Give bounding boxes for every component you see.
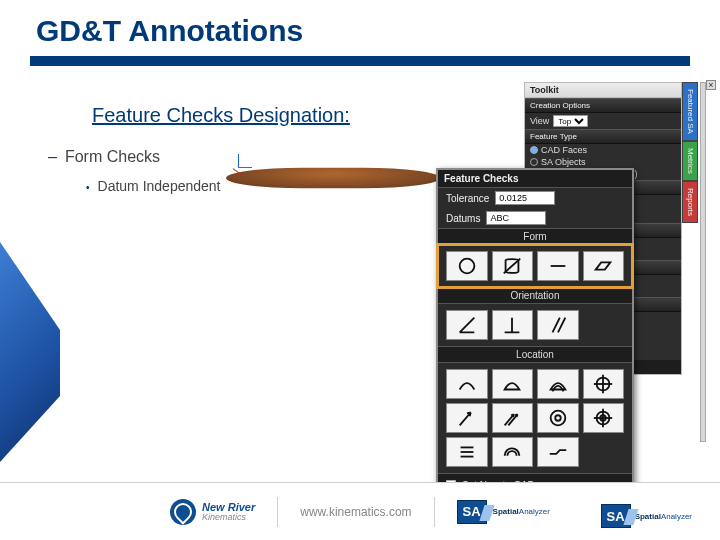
toolkit-header: Toolkit bbox=[525, 83, 681, 98]
bullet-l2-text: Datum Independent bbox=[98, 178, 221, 194]
title-rule bbox=[30, 56, 690, 66]
bullet-datum-independent: •Datum Independent bbox=[86, 178, 221, 194]
group-orientation: Orientation bbox=[438, 287, 632, 304]
symbol-position-icon[interactable] bbox=[583, 369, 625, 399]
page-title: GD&T Annotations bbox=[36, 14, 303, 48]
sa-label-a2: Spatial bbox=[635, 512, 661, 521]
symbol-runout-icon[interactable] bbox=[446, 403, 488, 433]
toolkit-section-creation: Creation Options bbox=[525, 98, 681, 113]
datums-label: Datums bbox=[446, 213, 480, 224]
rtab-metrics[interactable]: Metrics bbox=[682, 141, 698, 181]
right-tabs: Featured SA Metrics Reports bbox=[682, 82, 698, 223]
datums-row: Datums bbox=[438, 208, 632, 228]
nrk-swirl-icon bbox=[170, 499, 196, 525]
toolkit-radio-cad-label: CAD Faces bbox=[541, 145, 587, 155]
sa-label-b2: Analyzer bbox=[661, 512, 692, 521]
logo-new-river-kinematics: New River Kinematics bbox=[170, 499, 255, 525]
symbol-straightness-icon[interactable] bbox=[537, 251, 579, 281]
tolerance-label: Tolerance bbox=[446, 193, 489, 204]
sa-box-icon: SA bbox=[457, 500, 487, 524]
toolkit-view-row: View Top bbox=[525, 113, 681, 129]
logo-spatial-analyzer-corner: SA SpatialAnalyzer bbox=[601, 504, 692, 528]
symbol-cylindricity-icon[interactable] bbox=[492, 251, 534, 281]
symbol-angularity-icon[interactable] bbox=[446, 310, 488, 340]
symbol-flatness-icon[interactable] bbox=[583, 251, 625, 281]
svg-point-9 bbox=[555, 415, 561, 421]
symbol-composite-profile-icon[interactable] bbox=[537, 369, 579, 399]
symbol-parallelism-icon[interactable] bbox=[537, 310, 579, 340]
footer-divider bbox=[277, 497, 278, 527]
feature-checks-header: Feature Checks bbox=[438, 170, 632, 188]
symbol-coplanarity-icon[interactable] bbox=[537, 437, 579, 467]
symbol-symmetry-icon[interactable] bbox=[446, 437, 488, 467]
symbol-perpendicularity-icon[interactable] bbox=[492, 310, 534, 340]
svg-point-8 bbox=[550, 411, 565, 426]
vertical-scrollbar[interactable] bbox=[700, 82, 706, 442]
decorative-wedge bbox=[0, 242, 60, 462]
symbol-profile-line-icon[interactable] bbox=[446, 369, 488, 399]
rtab-featured[interactable]: Featured SA bbox=[682, 82, 698, 141]
group-location: Location bbox=[438, 346, 632, 363]
sa-label-a: Spatial bbox=[493, 507, 519, 516]
axis-triad bbox=[230, 150, 248, 168]
svg-point-0 bbox=[459, 259, 474, 274]
symbol-total-runout-icon[interactable] bbox=[492, 403, 534, 433]
symbol-profile-surface-icon[interactable] bbox=[492, 369, 534, 399]
toolkit-radio-sao-label: SA Objects bbox=[541, 157, 586, 167]
cad-surface-preview bbox=[226, 168, 440, 188]
symbol-concentric-arcs-icon[interactable] bbox=[492, 437, 534, 467]
bullet-l1-text: Form Checks bbox=[65, 148, 160, 165]
symbol-composite-position-icon[interactable] bbox=[583, 403, 625, 433]
toolkit-radio-sao[interactable]: SA Objects bbox=[525, 156, 681, 168]
footer-url: www.kinematics.com bbox=[300, 505, 411, 519]
toolkit-view-select[interactable]: Top bbox=[553, 115, 588, 127]
location-grid bbox=[438, 363, 632, 473]
orientation-grid bbox=[438, 304, 632, 346]
bullet-form-checks: –Form Checks bbox=[48, 148, 160, 166]
symbol-concentricity-icon[interactable] bbox=[537, 403, 579, 433]
sa-label-b: Analyzer bbox=[519, 507, 550, 516]
footer-divider bbox=[434, 497, 435, 527]
datums-input[interactable] bbox=[486, 211, 546, 225]
toolkit-radio-cad[interactable]: CAD Faces bbox=[525, 144, 681, 156]
tolerance-row: Tolerance bbox=[438, 188, 632, 208]
form-grid bbox=[438, 245, 632, 287]
nrk-line1: New River bbox=[202, 502, 255, 513]
group-form: Form bbox=[438, 228, 632, 245]
toolkit-section-feature-type: Feature Type bbox=[525, 129, 681, 144]
close-icon[interactable]: × bbox=[706, 80, 716, 90]
toolkit-view-label: View bbox=[530, 116, 549, 126]
rtab-reports[interactable]: Reports bbox=[682, 181, 698, 223]
logo-spatial-analyzer: SA SpatialAnalyzer bbox=[457, 500, 550, 524]
sa-box-icon: SA bbox=[601, 504, 631, 528]
tolerance-input[interactable] bbox=[495, 191, 555, 205]
nrk-line2: Kinematics bbox=[202, 513, 255, 522]
feature-checks-panel: Feature Checks Tolerance Datums Form Ori… bbox=[436, 168, 634, 498]
symbol-circularity-icon[interactable] bbox=[446, 251, 488, 281]
subtitle: Feature Checks Designation: bbox=[92, 104, 350, 127]
